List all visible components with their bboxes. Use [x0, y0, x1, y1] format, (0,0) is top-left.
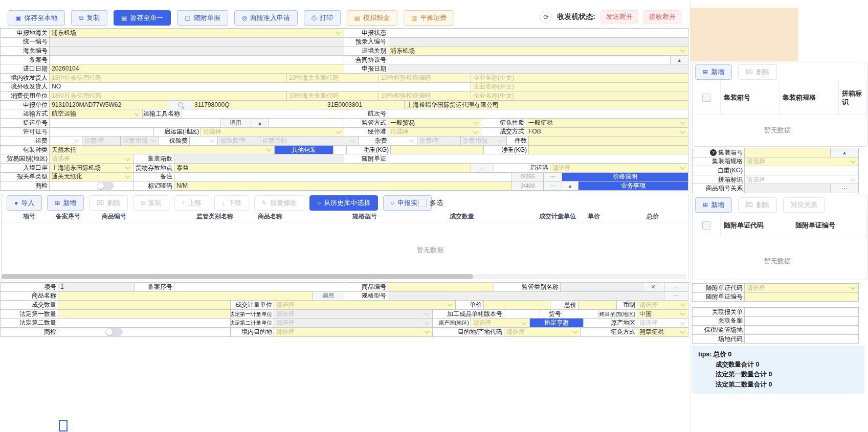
- transport-mode-select[interactable]: 航空运输: [50, 109, 143, 119]
- legal-second-unit-select[interactable]: 请选择: [274, 319, 433, 328]
- save-draft-button[interactable]: ▤暂存至单一: [114, 10, 171, 26]
- consume-ciq-code-input[interactable]: 10位检验检疫编码: [379, 92, 471, 101]
- container-spec-select[interactable]: 请选择: [745, 157, 859, 167]
- bill-no-input[interactable]: [50, 119, 220, 128]
- preferential-button[interactable]: 协定享惠: [530, 319, 584, 328]
- misc-fee-rate-input[interactable]: 杂费/率: [417, 137, 461, 146]
- goods-no-input[interactable]: [563, 310, 599, 319]
- domestic-dest-select[interactable]: 请选择: [274, 328, 433, 337]
- entry-customs-select[interactable]: 浦东机场: [388, 47, 688, 56]
- container-no-input[interactable]: [745, 148, 831, 157]
- supervise-category-input[interactable]: [561, 283, 642, 292]
- add-doc-button[interactable]: ⊞新增: [695, 197, 732, 213]
- deal-unit-select[interactable]: 请选择: [274, 301, 456, 310]
- import-button[interactable]: ●导入: [7, 195, 42, 211]
- departure-port-select[interactable]: 请选择: [550, 164, 688, 173]
- container-weight-input[interactable]: [745, 166, 859, 175]
- domestic-name-input[interactable]: 企业名称(中文): [471, 74, 688, 83]
- stopover-port-select[interactable]: 请选择: [388, 128, 481, 137]
- agent-credit-code-input[interactable]: 91310120MAD77W5W62: [50, 101, 169, 110]
- select-all-checkbox[interactable]: [702, 94, 710, 102]
- freight-type-select[interactable]: [50, 137, 82, 146]
- select-all-checkbox[interactable]: [702, 221, 710, 230]
- misc-fee-currency-select[interactable]: 杂费币制: [461, 137, 507, 146]
- lcl-flag-select[interactable]: 请选择: [745, 175, 859, 185]
- place-code-input[interactable]: [745, 335, 859, 344]
- price-note-button[interactable]: 价格说明: [562, 173, 688, 182]
- bill-expand-button[interactable]: ▴: [251, 119, 269, 128]
- declare-status-input[interactable]: [388, 29, 688, 38]
- other-package-button[interactable]: 其他包装: [275, 146, 333, 155]
- storage-place-input[interactable]: 泰益: [174, 164, 471, 173]
- departure-country-select[interactable]: 请选择: [201, 128, 344, 137]
- business-matter-button[interactable]: 业务事项: [578, 181, 688, 191]
- overseas-consignor-input[interactable]: NO: [50, 83, 471, 92]
- supervise-mode-select[interactable]: 一般贸易: [388, 119, 481, 128]
- refresh-icon[interactable]: ⟳: [540, 11, 552, 23]
- goods-code-input[interactable]: [388, 283, 494, 292]
- misc-fee-type-select[interactable]: [389, 137, 417, 146]
- transaction-mode-select[interactable]: FOB: [526, 128, 688, 137]
- domestic-ciq-code-input[interactable]: 10位检验检疫编码: [379, 74, 471, 83]
- goods-item-relation-input[interactable]: [745, 184, 831, 193]
- deal-qty-input[interactable]: [58, 301, 231, 310]
- storage-more-button[interactable]: ···: [471, 164, 494, 173]
- category-more-button[interactable]: ···: [664, 283, 688, 292]
- attached-doc-input[interactable]: [388, 154, 688, 164]
- goods-name-call-button[interactable]: 调用: [313, 292, 344, 301]
- unit-consume-version-input[interactable]: [504, 310, 540, 319]
- levy-mode-select[interactable]: 照章征税: [637, 328, 688, 337]
- container-count-input[interactable]: [174, 154, 344, 164]
- scrollbar-thumb[interactable]: [2, 274, 473, 279]
- insurance-rate-input[interactable]: 保险费/率: [218, 137, 260, 146]
- import-date-input[interactable]: 20260104: [50, 64, 344, 74]
- related-record-input[interactable]: [745, 317, 859, 326]
- contract-no-input[interactable]: [388, 56, 671, 65]
- print-button[interactable]: ⎙打印: [304, 10, 341, 26]
- agent-ciq-code-input[interactable]: 31E0003801: [325, 101, 405, 110]
- transport-tool-input[interactable]: [182, 109, 344, 119]
- horizontal-scrollbar[interactable]: [2, 274, 687, 279]
- levy-nature-select[interactable]: 一般征税: [526, 119, 688, 128]
- package-type-select[interactable]: 天然木托: [50, 146, 275, 155]
- receive-status-tag[interactable]: 接收断开: [643, 10, 681, 24]
- unified-no-input[interactable]: [50, 38, 344, 47]
- declare-date-input[interactable]: [388, 64, 688, 74]
- unit-price-input[interactable]: [484, 301, 550, 310]
- dest-code-select[interactable]: 请选择: [504, 328, 581, 337]
- final-dest-country-select[interactable]: 中国: [637, 310, 688, 319]
- legal-first-qty-input[interactable]: [58, 310, 231, 319]
- domestic-customs-code-input[interactable]: 10位海关备案代码: [287, 74, 379, 83]
- insurance-type-select[interactable]: [190, 137, 218, 146]
- mark-expand-button[interactable]: ▴: [562, 181, 578, 191]
- multi-select-checkbox[interactable]: [418, 199, 427, 207]
- add-container-button[interactable]: ⊞新增: [695, 64, 732, 80]
- agent-name-input[interactable]: 上海裕福华国际货运代理有限公司: [405, 101, 688, 110]
- relation-more-button[interactable]: ···: [831, 184, 859, 193]
- voyage-no-input[interactable]: [388, 109, 688, 119]
- bill-call-button[interactable]: 调用: [220, 119, 251, 128]
- record-seq-input[interactable]: [174, 283, 344, 292]
- pre-entry-no-input[interactable]: [388, 38, 688, 47]
- inspection-toggle[interactable]: [50, 181, 133, 191]
- bonded-place-input[interactable]: [745, 326, 859, 335]
- send-status-tag[interactable]: 发送断开: [600, 10, 638, 24]
- attached-docs-button[interactable]: ▢随附单据: [177, 10, 228, 26]
- spec-more-button[interactable]: ···: [664, 292, 688, 301]
- declare-customs-select[interactable]: 浦东机场: [50, 29, 344, 38]
- mark-more-button[interactable]: ···: [544, 181, 562, 191]
- origin-area-select[interactable]: 请选择: [637, 319, 688, 328]
- domestic-credit-code-input[interactable]: 18位社会信用代码: [50, 74, 287, 83]
- license-no-input[interactable]: [50, 128, 154, 137]
- package-count-input[interactable]: [529, 137, 688, 146]
- item-inspection-toggle[interactable]: [58, 328, 231, 337]
- related-declaration-input[interactable]: [745, 308, 859, 317]
- entry-port-select[interactable]: 上海浦东国际机场: [50, 164, 133, 173]
- save-local-button[interactable]: ▣保存至本地: [8, 10, 65, 26]
- net-weight-input[interactable]: [529, 146, 688, 155]
- doc-code-select[interactable]: 请选择: [745, 284, 859, 293]
- freight-rate-input[interactable]: 运费/率: [82, 137, 121, 146]
- insurance-currency-select[interactable]: 运费币制: [260, 137, 359, 146]
- spec-model-input[interactable]: [388, 292, 664, 301]
- origin-country-select[interactable]: 请选择: [471, 319, 530, 328]
